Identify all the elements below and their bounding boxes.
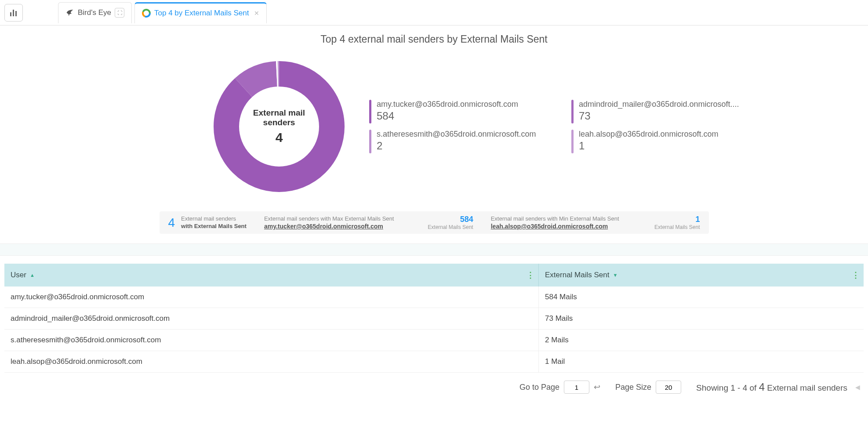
expand-icon[interactable]: ⛶	[115, 8, 124, 18]
table-row[interactable]: leah.alsop@o365droid.onmicrosoft.com1 Ma…	[4, 351, 864, 373]
sort-desc-icon: ▼	[613, 272, 617, 278]
summary-count-l2: with External Mails Sent	[181, 223, 247, 230]
table-row[interactable]: admindroid_mailer@o365droid.onmicrosoft.…	[4, 308, 864, 330]
legend-name: admindroid_mailer@o365droid.onmicrosoft.…	[579, 100, 739, 109]
cell-user: admindroid_mailer@o365droid.onmicrosoft.…	[4, 308, 538, 329]
table-row[interactable]: s.atheresesmith@o365droid.onmicrosoft.co…	[4, 330, 864, 351]
enter-icon[interactable]: ↩	[594, 382, 600, 392]
chart-legend: amy.tucker@o365droid.onmicrosoft.com584a…	[369, 100, 765, 153]
section-divider	[0, 243, 868, 256]
cell-user: leah.alsop@o365droid.onmicrosoft.com	[4, 351, 538, 372]
column-header-user[interactable]: User ▲ ⋮	[4, 264, 538, 287]
tab-label: Top 4 by External Mails Sent	[154, 9, 249, 18]
donut-value: 4	[243, 130, 316, 145]
legend-color-bar	[369, 130, 371, 153]
column-label: User	[11, 271, 26, 279]
legend-value: 2	[377, 140, 536, 152]
legend-item[interactable]: leah.alsop@o365droid.onmicrosoft.com1	[571, 130, 765, 153]
goto-page-input[interactable]	[564, 381, 589, 394]
svg-rect-2	[15, 11, 17, 16]
legend-value: 584	[377, 110, 518, 122]
summary-min-label: External mail senders with Min External …	[491, 215, 619, 223]
goto-label: Go to Page	[519, 383, 559, 392]
prev-page-icon[interactable]: ◀	[853, 384, 862, 391]
tab-birds-eye[interactable]: Bird's Eye ⛶	[58, 2, 132, 23]
column-header-mails[interactable]: External Mails Sent ▼ ⋮	[538, 264, 864, 287]
donut-label: External mail senders	[243, 108, 316, 127]
legend-item[interactable]: amy.tucker@o365droid.onmicrosoft.com584	[369, 100, 563, 123]
legend-value: 73	[579, 110, 739, 122]
legend-item[interactable]: s.atheresesmith@o365droid.onmicrosoft.co…	[369, 130, 563, 153]
grid-header: User ▲ ⋮ External Mails Sent ▼ ⋮	[4, 264, 864, 287]
tab-top4-external[interactable]: Top 4 by External Mails Sent ✕	[134, 2, 267, 23]
column-label: External Mails Sent	[545, 271, 609, 279]
data-grid: User ▲ ⋮ External Mails Sent ▼ ⋮ amy.tuc…	[4, 264, 864, 373]
page-size-input[interactable]	[656, 381, 681, 394]
table-row[interactable]: amy.tucker@o365droid.onmicrosoft.com584 …	[4, 287, 864, 308]
legend-color-bar	[571, 130, 574, 153]
legend-color-bar	[369, 100, 371, 123]
cell-mails: 2 Mails	[538, 330, 864, 351]
summary-max-user[interactable]: amy.tucker@o365droid.onmicrosoft.com	[264, 223, 394, 230]
legend-item[interactable]: admindroid_mailer@o365droid.onmicrosoft.…	[571, 100, 765, 123]
column-menu-icon[interactable]: ⋮	[852, 270, 859, 280]
cell-user: s.atheresesmith@o365droid.onmicrosoft.co…	[4, 330, 538, 351]
summary-unit: External Mails Sent	[428, 224, 473, 230]
tab-label: Bird's Eye	[78, 8, 111, 17]
summary-count: 4	[168, 216, 175, 230]
bar-chart-icon	[10, 9, 18, 17]
column-menu-icon[interactable]: ⋮	[527, 270, 534, 280]
page-size-label: Page Size	[615, 383, 651, 392]
result-count: Showing 1 - 4 of 4 External mail senders	[696, 381, 847, 393]
legend-name: s.atheresesmith@o365droid.onmicrosoft.co…	[377, 130, 536, 139]
cell-mails: 1 Mail	[538, 351, 864, 372]
summary-count-l1: External mail senders	[181, 215, 247, 223]
summary-min-user[interactable]: leah.alsop@o365droid.onmicrosoft.com	[491, 223, 619, 230]
pager: Go to Page ↩ Page Size Showing 1 - 4 of …	[0, 373, 868, 394]
donut-icon	[142, 9, 151, 18]
tab-bar: Bird's Eye ⛶ Top 4 by External Mails Sen…	[0, 0, 868, 25]
cell-user: amy.tucker@o365droid.onmicrosoft.com	[4, 287, 538, 308]
cell-mails: 584 Mails	[538, 287, 864, 308]
legend-value: 1	[579, 140, 718, 152]
svg-rect-1	[13, 10, 14, 16]
close-icon[interactable]: ✕	[254, 10, 259, 17]
summary-min-value: 1	[654, 215, 700, 224]
cell-mails: 73 Mails	[538, 308, 864, 329]
summary-max-label: External mail senders with Max External …	[264, 215, 394, 223]
summary-unit: External Mails Sent	[654, 224, 700, 230]
legend-name: amy.tucker@o365droid.onmicrosoft.com	[377, 100, 518, 109]
summary-bar: 4 External mail senders with External Ma…	[160, 211, 709, 234]
report-title: Top 4 external mail senders by External …	[0, 33, 868, 45]
report-panel: Top 4 external mail senders by External …	[0, 25, 868, 234]
legend-color-bar	[571, 100, 574, 123]
bird-icon	[65, 8, 74, 17]
sort-asc-icon: ▲	[30, 272, 35, 278]
chart-icon-button[interactable]	[4, 4, 23, 22]
legend-name: leah.alsop@o365droid.onmicrosoft.com	[579, 130, 718, 139]
donut-chart: External mail senders 4	[207, 54, 352, 199]
svg-rect-0	[10, 12, 11, 16]
summary-max-value: 584	[428, 215, 473, 224]
